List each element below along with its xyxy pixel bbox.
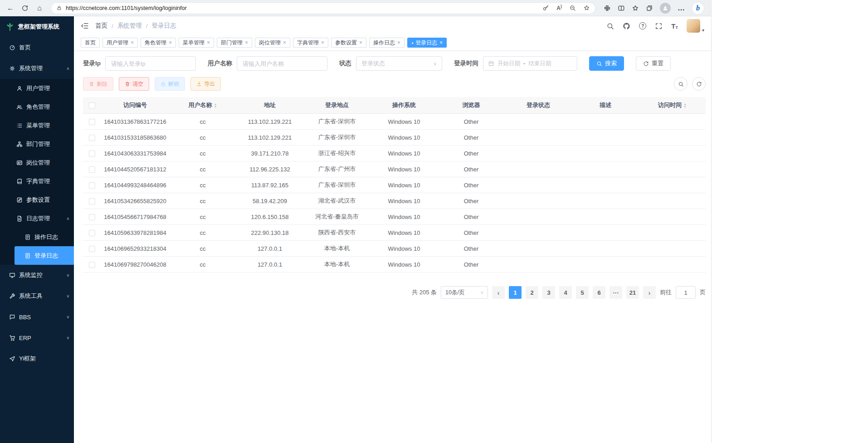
breadcrumb-home[interactable]: 首页 <box>95 22 107 30</box>
sidebar-item-role-management[interactable]: 角色管理 <box>0 97 74 116</box>
tab-dept-management[interactable]: 部门管理× <box>217 38 252 48</box>
chevron-down-icon: ∨ <box>66 273 69 277</box>
username-input[interactable] <box>237 56 327 71</box>
page-4[interactable]: 4 <box>559 286 572 299</box>
login-ip-input[interactable] <box>105 56 196 71</box>
sidebar-item-user-management[interactable]: 用户管理 <box>0 79 74 97</box>
row-checkbox[interactable] <box>89 119 95 125</box>
close-icon[interactable]: × <box>439 40 443 45</box>
split-screen-icon[interactable] <box>618 5 625 12</box>
address-bar[interactable]: https://ccnetcore.com:1101/system/log/lo… <box>51 2 595 14</box>
sidebar-item-yi-framework[interactable]: Yi框架 <box>0 348 74 369</box>
sidebar-item-erp[interactable]: ERP∨ <box>0 327 74 348</box>
tab-homepage[interactable]: 首页 <box>81 38 100 48</box>
text-size-icon[interactable]: TT <box>671 22 678 30</box>
tab-dict-management[interactable]: 字典管理× <box>293 38 328 48</box>
page-size-select[interactable]: 10条/页 ∨ <box>441 286 488 299</box>
page-5[interactable]: 5 <box>576 286 589 299</box>
close-icon[interactable]: × <box>169 40 172 45</box>
prev-page-button[interactable]: ‹ <box>492 286 505 299</box>
user-menu[interactable]: ▾ <box>687 19 704 33</box>
date-range-picker[interactable]: 开始日期 - 结束日期 <box>483 56 577 71</box>
goto-page-input[interactable] <box>676 286 696 299</box>
favorites-add-icon[interactable] <box>583 5 590 11</box>
sidebar-item-system-tools[interactable]: 系统工具∨ <box>0 286 74 307</box>
sidebar-item-menu-management[interactable]: 菜单管理 <box>0 116 74 135</box>
unlock-button[interactable]: 解锁 <box>155 77 185 91</box>
sidebar-item-log-management[interactable]: 日志管理∧ <box>0 209 74 228</box>
extensions-icon[interactable] <box>604 5 611 12</box>
search-button[interactable]: 搜索 <box>589 56 624 71</box>
sidebar-collapse-icon[interactable] <box>81 22 89 30</box>
row-checkbox[interactable] <box>89 230 95 236</box>
refresh-table-button[interactable] <box>692 77 706 91</box>
page-6[interactable]: 6 <box>593 286 605 299</box>
close-icon[interactable]: × <box>359 40 362 45</box>
status-select[interactable]: 登录状态 ∨ <box>356 56 442 71</box>
close-icon[interactable]: × <box>283 40 286 45</box>
user-avatar[interactable] <box>687 19 700 33</box>
fullscreen-icon[interactable] <box>655 22 663 30</box>
copilot-icon[interactable]: b <box>692 2 704 14</box>
refresh-icon[interactable] <box>18 1 32 15</box>
sidebar-item-login-log[interactable]: 登录日志 <box>0 246 74 265</box>
search-icon[interactable] <box>606 22 614 30</box>
row-checkbox[interactable] <box>89 135 95 141</box>
sort-icon[interactable]: ▲▼ <box>683 103 687 108</box>
read-aloud-icon[interactable]: A) <box>556 5 562 11</box>
close-icon[interactable]: × <box>245 40 248 45</box>
tab-post-management[interactable]: 岗位管理× <box>255 38 290 48</box>
page-1[interactable]: 1 <box>509 286 522 299</box>
row-checkbox[interactable] <box>89 262 95 268</box>
next-page-button[interactable]: › <box>643 286 656 299</box>
collections-icon[interactable] <box>646 5 653 12</box>
row-checkbox[interactable] <box>89 166 95 173</box>
export-button[interactable]: 导出 <box>190 77 221 91</box>
row-checkbox[interactable] <box>89 151 95 157</box>
search-icon <box>596 61 602 67</box>
row-checkbox[interactable] <box>89 198 95 204</box>
sidebar-item-param-settings[interactable]: 参数设置 <box>0 190 74 209</box>
tab-operation-log[interactable]: 操作日志× <box>369 38 405 48</box>
page-3[interactable]: 3 <box>542 286 555 299</box>
row-checkbox[interactable] <box>89 182 95 189</box>
back-icon[interactable]: ← <box>4 1 17 15</box>
page-2[interactable]: 2 <box>526 286 538 299</box>
browser-more-icon[interactable]: … <box>678 4 685 12</box>
close-icon[interactable]: × <box>321 40 324 45</box>
reset-button[interactable]: 重置 <box>636 56 671 71</box>
tab-login-log[interactable]: ●登录日志× <box>407 38 447 48</box>
favorites-icon[interactable] <box>632 5 639 12</box>
close-icon[interactable]: × <box>207 40 210 45</box>
home-icon[interactable]: ⌂ <box>33 1 46 15</box>
more-pages-button[interactable]: ··· <box>610 286 622 299</box>
browser-profile-avatar[interactable] <box>660 3 671 14</box>
help-icon[interactable]: ? <box>639 22 646 29</box>
tab-user-management[interactable]: 用户管理× <box>102 38 138 48</box>
select-all-checkbox[interactable] <box>89 102 95 109</box>
sidebar-item-bbs[interactable]: BBS∨ <box>0 307 74 327</box>
page-21[interactable]: 21 <box>626 286 639 299</box>
tab-param-settings[interactable]: 参数设置× <box>331 38 366 48</box>
password-key-icon[interactable] <box>542 5 549 11</box>
sidebar-item-dept-management[interactable]: 部门管理 <box>0 135 74 153</box>
tab-menu-management[interactable]: 菜单管理× <box>179 38 214 48</box>
sort-icon[interactable]: ▲▼ <box>214 103 217 108</box>
sidebar-item-dict-management[interactable]: 字典管理 <box>0 172 74 190</box>
sidebar-item-operation-log[interactable]: 操作日志 <box>0 228 74 246</box>
sidebar-item-home[interactable]: 首页 <box>0 37 74 58</box>
row-checkbox[interactable] <box>89 246 95 252</box>
clear-button[interactable]: 清空 <box>119 77 149 91</box>
sidebar-item-system-monitor[interactable]: 系统监控∨ <box>0 265 74 286</box>
github-icon[interactable] <box>623 22 630 30</box>
toggle-search-button[interactable] <box>674 77 688 91</box>
close-icon[interactable]: × <box>131 40 134 45</box>
sidebar-item-post-management[interactable]: 岗位管理 <box>0 153 74 172</box>
delete-button[interactable]: 删除 <box>83 77 113 91</box>
tab-role-management[interactable]: 角色管理× <box>141 38 176 48</box>
close-icon[interactable]: × <box>397 40 400 45</box>
sidebar-item-system-management[interactable]: 系统管理∧ <box>0 58 74 79</box>
zoom-out-icon[interactable] <box>569 5 576 11</box>
breadcrumb-system[interactable]: 系统管理 <box>117 22 142 30</box>
row-checkbox[interactable] <box>89 214 95 220</box>
